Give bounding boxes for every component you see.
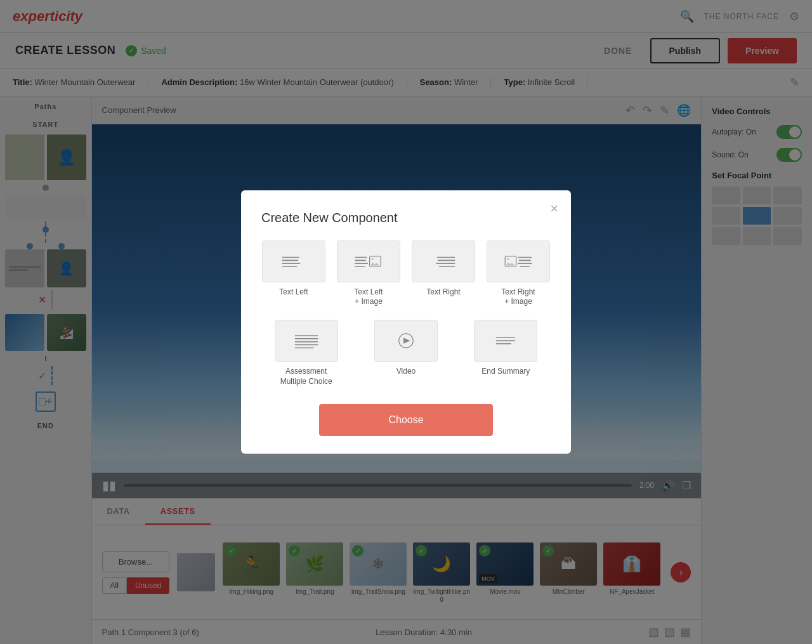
svg-point-9 <box>372 258 374 260</box>
create-component-modal: × Create New Component Text Left <box>241 190 571 454</box>
assessment-icon <box>291 329 322 352</box>
component-icon-box <box>262 240 325 282</box>
component-label: Text Left+ Image <box>354 287 383 307</box>
video-icon <box>391 329 421 352</box>
component-label: Video <box>396 367 416 377</box>
component-text-right[interactable]: Text Right <box>411 240 476 307</box>
component-end-summary[interactable]: End Summary <box>461 320 551 386</box>
svg-marker-26 <box>403 338 410 344</box>
svg-point-15 <box>507 258 509 260</box>
component-label: Text Right+ Image <box>501 287 535 307</box>
component-label: Text Left <box>279 287 308 298</box>
component-text-left[interactable]: Text Left <box>261 240 326 307</box>
component-label: Text Right <box>426 287 460 298</box>
text-left-icon <box>278 250 309 273</box>
component-icon-box <box>487 240 550 282</box>
component-icon-box <box>474 320 537 362</box>
text-right-icon <box>428 250 459 273</box>
modal-close-button[interactable]: × <box>550 200 558 217</box>
modal-overlay: × Create New Component Text Left <box>0 0 812 644</box>
component-icon-box <box>275 320 338 362</box>
modal-title: Create New Component <box>261 211 551 225</box>
component-icon-box <box>337 240 400 282</box>
component-icon-box <box>374 320 438 362</box>
text-right-image-icon <box>503 250 534 273</box>
choose-button[interactable]: Choose <box>319 404 493 436</box>
component-text-right-image[interactable]: Text Right+ Image <box>486 240 551 307</box>
component-text-left-image[interactable]: Text Left+ Image <box>336 240 401 307</box>
component-assessment[interactable]: AssessmentMultiple Choice <box>261 320 351 386</box>
component-video[interactable]: Video <box>361 320 450 386</box>
component-label: AssessmentMultiple Choice <box>280 367 332 386</box>
component-label: End Summary <box>481 367 530 377</box>
component-icon-box <box>412 240 475 282</box>
component-grid-row1: Text Left Text Left+ Image <box>261 240 551 307</box>
component-grid-row2: AssessmentMultiple Choice Video <box>261 320 551 386</box>
end-summary-icon <box>490 329 521 352</box>
text-left-image-icon <box>353 250 384 273</box>
